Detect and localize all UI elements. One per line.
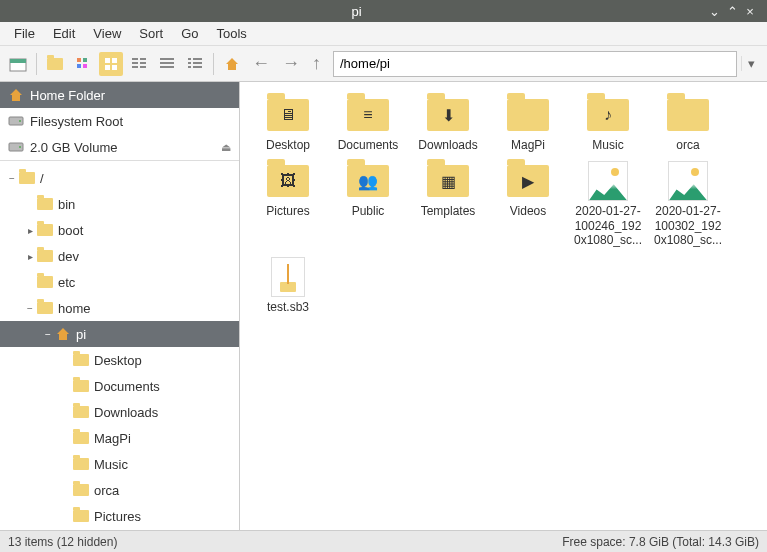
back-button[interactable]: ← bbox=[248, 53, 274, 74]
folder-icon bbox=[72, 378, 90, 394]
expand-icon[interactable]: ▸ bbox=[24, 225, 36, 236]
file-item[interactable]: ♪Music bbox=[568, 90, 648, 156]
close-button[interactable]: × bbox=[741, 4, 759, 19]
menu-go[interactable]: Go bbox=[173, 24, 206, 43]
tree-item-pictures[interactable]: Pictures bbox=[0, 503, 239, 529]
svg-rect-24 bbox=[193, 66, 202, 68]
folder-icon bbox=[72, 404, 90, 420]
tree-panel: −/bin▸boot▸devetc−home−piDesktopDocument… bbox=[0, 161, 239, 530]
tree-item-dev[interactable]: ▸dev bbox=[0, 243, 239, 269]
path-input[interactable] bbox=[334, 56, 736, 71]
svg-rect-17 bbox=[160, 62, 174, 64]
tree-item-orca[interactable]: orca bbox=[0, 477, 239, 503]
tree-item-magpi[interactable]: MagPi bbox=[0, 425, 239, 451]
folder-icon: 🖥 bbox=[264, 94, 312, 136]
file-item[interactable]: ▶Videos bbox=[488, 156, 568, 251]
file-item[interactable]: test.sb3 bbox=[248, 252, 328, 318]
tree-label: MagPi bbox=[94, 431, 131, 446]
tree-item-home[interactable]: −home bbox=[0, 295, 239, 321]
svg-rect-4 bbox=[77, 64, 81, 68]
tree-item-bin[interactable]: bin bbox=[0, 191, 239, 217]
menu-file[interactable]: File bbox=[6, 24, 43, 43]
list-view-button[interactable] bbox=[155, 52, 179, 76]
folder-icon: ≡ bbox=[344, 94, 392, 136]
toolbar: ← → ↑ ▾ bbox=[0, 46, 767, 82]
detail-view-button[interactable] bbox=[183, 52, 207, 76]
tree-item-downloads[interactable]: Downloads bbox=[0, 399, 239, 425]
menu-tools[interactable]: Tools bbox=[209, 24, 255, 43]
file-item[interactable]: 🖼Pictures bbox=[248, 156, 328, 251]
svg-rect-8 bbox=[105, 65, 110, 70]
image-icon bbox=[664, 160, 712, 202]
menu-edit[interactable]: Edit bbox=[45, 24, 83, 43]
drive-icon bbox=[8, 139, 24, 155]
svg-rect-10 bbox=[132, 58, 138, 60]
sidebar: Home FolderFilesystem Root2.0 GB Volume⏏… bbox=[0, 82, 240, 530]
up-button[interactable]: ↑ bbox=[308, 53, 325, 74]
file-item[interactable]: 👥Public bbox=[328, 156, 408, 251]
svg-rect-16 bbox=[160, 58, 174, 60]
menu-view[interactable]: View bbox=[85, 24, 129, 43]
new-folder-button[interactable] bbox=[43, 52, 67, 76]
folder-icon bbox=[72, 482, 90, 498]
place-filesystem-root[interactable]: Filesystem Root bbox=[0, 108, 239, 134]
drive-icon bbox=[8, 113, 24, 129]
svg-rect-18 bbox=[160, 66, 174, 68]
svg-rect-14 bbox=[140, 62, 146, 64]
file-item[interactable]: 2020-01-27-100246_1920x1080_sc... bbox=[568, 156, 648, 251]
eject-icon[interactable]: ⏏ bbox=[221, 141, 231, 154]
archive-icon bbox=[264, 256, 312, 298]
folder-icon: ▶ bbox=[504, 160, 552, 202]
place-home-folder[interactable]: Home Folder bbox=[0, 82, 239, 108]
icon-view-button[interactable] bbox=[99, 52, 123, 76]
tree-label: orca bbox=[94, 483, 119, 498]
tree-item-pi[interactable]: −pi bbox=[0, 321, 239, 347]
tree-label: Downloads bbox=[94, 405, 158, 420]
menu-sort[interactable]: Sort bbox=[131, 24, 171, 43]
tree-item-etc[interactable]: etc bbox=[0, 269, 239, 295]
forward-button[interactable]: → bbox=[278, 53, 304, 74]
svg-rect-2 bbox=[77, 58, 81, 62]
expand-icon[interactable]: ▸ bbox=[24, 251, 36, 262]
folder-icon bbox=[36, 196, 54, 212]
file-item[interactable]: MagPi bbox=[488, 90, 568, 156]
folder-icon bbox=[72, 430, 90, 446]
tree-item-documents[interactable]: Documents bbox=[0, 373, 239, 399]
expand-icon[interactable]: − bbox=[6, 173, 18, 184]
file-label: Templates bbox=[421, 204, 476, 218]
tree-item-music[interactable]: Music bbox=[0, 451, 239, 477]
properties-button[interactable] bbox=[71, 52, 95, 76]
expand-icon[interactable]: − bbox=[24, 303, 36, 314]
tree-item--[interactable]: −/ bbox=[0, 165, 239, 191]
svg-rect-13 bbox=[140, 58, 146, 60]
home-icon bbox=[54, 326, 72, 342]
file-item[interactable]: ▦Templates bbox=[408, 156, 488, 251]
expand-icon[interactable]: − bbox=[42, 329, 54, 340]
file-item[interactable]: ≡Documents bbox=[328, 90, 408, 156]
home-button[interactable] bbox=[220, 52, 244, 76]
tree-label: bin bbox=[58, 197, 75, 212]
file-item[interactable]: orca bbox=[648, 90, 728, 156]
place-label: Home Folder bbox=[30, 88, 105, 103]
tree-label: Pictures bbox=[94, 509, 141, 524]
maximize-button[interactable]: ⌃ bbox=[723, 4, 741, 19]
folder-icon bbox=[504, 94, 552, 136]
new-tab-button[interactable] bbox=[6, 52, 30, 76]
content-pane[interactable]: 🖥Desktop≡Documents⬇DownloadsMagPi♪Musico… bbox=[240, 82, 767, 530]
place-label: 2.0 GB Volume bbox=[30, 140, 117, 155]
statusbar: 13 items (12 hidden) Free space: 7.8 GiB… bbox=[0, 530, 767, 552]
file-item[interactable]: ⬇Downloads bbox=[408, 90, 488, 156]
svg-rect-3 bbox=[83, 58, 87, 62]
svg-rect-23 bbox=[188, 66, 191, 68]
tree-label: pi bbox=[76, 327, 86, 342]
file-item[interactable]: 🖥Desktop bbox=[248, 90, 328, 156]
compact-view-button[interactable] bbox=[127, 52, 151, 76]
tree-item-desktop[interactable]: Desktop bbox=[0, 347, 239, 373]
tree-label: boot bbox=[58, 223, 83, 238]
place-2-0-gb-volume[interactable]: 2.0 GB Volume⏏ bbox=[0, 134, 239, 160]
path-dropdown-icon[interactable]: ▾ bbox=[741, 56, 761, 71]
tree-item-boot[interactable]: ▸boot bbox=[0, 217, 239, 243]
file-item[interactable]: 2020-01-27-100302_1920x1080_sc... bbox=[648, 156, 728, 251]
window-title: pi bbox=[8, 4, 705, 19]
minimize-button[interactable]: ⌄ bbox=[705, 4, 723, 19]
